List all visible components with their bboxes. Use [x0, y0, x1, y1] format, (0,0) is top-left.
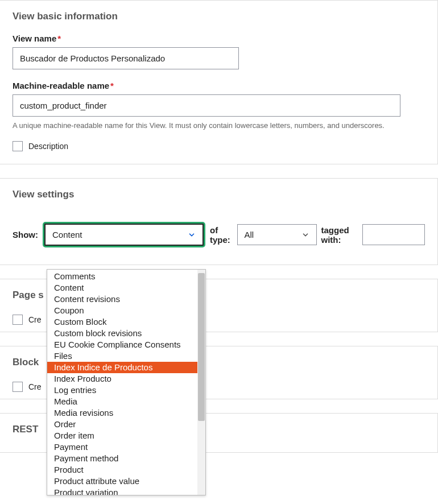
dropdown-option[interactable]: Media: [47, 396, 197, 407]
dropdown-option[interactable]: Order item: [47, 430, 197, 441]
show-dropdown-listbox[interactable]: CommentsContentContent revisionsCouponCu…: [47, 269, 206, 495]
dropdown-option[interactable]: EU Cookie Compliance Consents: [47, 339, 197, 350]
dropdown-option[interactable]: Index Indice de Productos: [47, 362, 197, 373]
of-type-label: of type:: [210, 225, 233, 245]
show-select-value: Content: [52, 230, 82, 239]
dropdown-option[interactable]: Files: [47, 350, 197, 362]
create-block-label: Cre: [28, 382, 42, 391]
dropdown-option[interactable]: Product attribute value: [47, 476, 197, 487]
machine-name-label: Machine-readable name*: [13, 81, 425, 90]
dropdown-option[interactable]: Payment method: [47, 453, 197, 464]
show-select[interactable]: Content: [44, 224, 204, 246]
create-page-checkbox[interactable]: [13, 315, 23, 325]
required-marker: *: [57, 34, 61, 43]
machine-name-help: A unique machine-readable name for this …: [13, 121, 425, 130]
show-select-focus: Content: [43, 222, 205, 247]
of-type-value: All: [245, 230, 254, 239]
dropdown-option[interactable]: Product variation: [47, 487, 197, 495]
dropdown-option[interactable]: Comments: [47, 271, 197, 282]
dropdown-option[interactable]: Media revisions: [47, 407, 197, 419]
dropdown-option[interactable]: Coupon: [47, 305, 197, 316]
view-name-field: View name*: [13, 34, 425, 69]
dropdown-option[interactable]: Content revisions: [47, 294, 197, 305]
tagged-with-label: tagged with:: [321, 225, 358, 245]
basic-info-heading: View basic information: [13, 11, 425, 22]
dropdown-option[interactable]: Custom Block: [47, 316, 197, 328]
dropdown-list: CommentsContentContent revisionsCouponCu…: [47, 270, 197, 495]
dropdown-option[interactable]: Order: [47, 419, 197, 430]
panel-view-settings: View settings Show: Content of type: All: [0, 178, 438, 265]
chevron-down-icon: [301, 231, 309, 239]
of-type-select[interactable]: All: [237, 224, 317, 245]
dropdown-option[interactable]: Log entries: [47, 385, 197, 396]
view-settings-heading: View settings: [13, 189, 425, 200]
view-name-input[interactable]: [13, 47, 239, 69]
view-name-label: View name*: [13, 34, 425, 43]
create-page-label: Cre: [28, 315, 42, 324]
show-label: Show:: [13, 230, 38, 239]
dropdown-option[interactable]: Index Producto: [47, 373, 197, 385]
required-marker: *: [110, 81, 114, 90]
create-block-checkbox[interactable]: [13, 382, 23, 392]
chevron-down-icon: [188, 231, 196, 239]
dropdown-scrollbar-thumb[interactable]: [198, 273, 205, 421]
panel-basic-info: View basic information View name* Machin…: [0, 0, 438, 164]
machine-name-input[interactable]: [13, 94, 400, 117]
dropdown-option[interactable]: Content: [47, 282, 197, 294]
tagged-with-input[interactable]: [362, 224, 425, 245]
machine-name-field: Machine-readable name* A unique machine-…: [13, 81, 425, 130]
dropdown-scrollbar[interactable]: [197, 270, 205, 495]
description-label: Description: [28, 142, 68, 151]
dropdown-option[interactable]: Payment: [47, 441, 197, 453]
description-row: Description: [13, 141, 425, 151]
dropdown-option[interactable]: Custom block revisions: [47, 328, 197, 339]
dropdown-option[interactable]: Product: [47, 464, 197, 476]
description-checkbox[interactable]: [13, 141, 23, 151]
